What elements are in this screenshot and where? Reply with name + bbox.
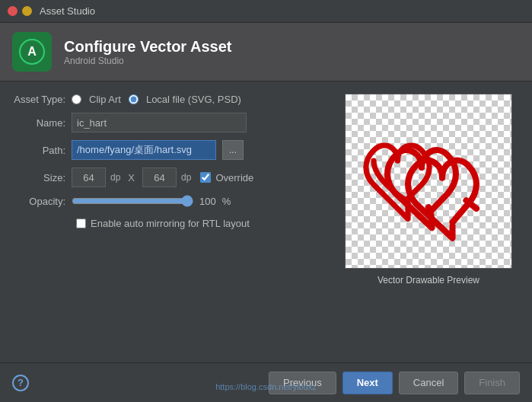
asset-type-label: Asset Type: (12, 94, 65, 105)
name-label: Name: (12, 117, 65, 129)
android-studio-icon: A (12, 32, 52, 72)
footer-right: Previous Next Cancel Finish (269, 372, 520, 394)
path-label: Path: (12, 145, 65, 156)
titlebar: Asset Studio (0, 0, 532, 23)
dp-label-h: dp (181, 172, 191, 183)
cancel-button[interactable]: Cancel (399, 372, 458, 394)
local-file-radio[interactable] (129, 94, 139, 104)
opacity-controls: 100 % (72, 195, 231, 207)
opacity-slider[interactable] (72, 195, 193, 207)
footer: ? Previous Next Cancel Finish (0, 362, 532, 402)
footer-left: ? (12, 375, 29, 391)
dp-label-w: dp (110, 172, 120, 183)
opacity-row: Opacity: 100 % (12, 195, 325, 207)
finish-button[interactable]: Finish (464, 372, 520, 394)
preview-panel: Vector Drawable Preview (337, 94, 520, 348)
mirroring-row: Enable auto mirroring for RTL layout (12, 218, 325, 229)
size-inputs: dp X dp Override (72, 168, 253, 187)
x-separator: X (128, 172, 135, 183)
clip-art-label: Clip Art (89, 94, 121, 105)
path-input[interactable] (72, 140, 216, 160)
svg-text:A: A (27, 45, 37, 58)
next-button[interactable]: Next (342, 372, 393, 394)
asset-type-radios: Clip Art Local file (SVG, PSD) (72, 94, 241, 105)
local-file-label: Local file (SVG, PSD) (146, 94, 241, 105)
titlebar-title: Asset Studio (40, 5, 95, 17)
path-row: Path: ... (12, 140, 325, 160)
override-label: Override (215, 172, 253, 183)
header-text: Configure Vector Asset Android Studio (64, 38, 231, 66)
opacity-value: 100 (199, 196, 216, 207)
name-row: Name: (12, 113, 325, 132)
titlebar-controls (8, 6, 32, 16)
override-checkbox[interactable] (200, 172, 211, 183)
preview-box (345, 94, 512, 269)
name-input[interactable] (72, 113, 247, 132)
asset-type-row: Asset Type: Clip Art Local file (SVG, PS… (12, 94, 325, 105)
opacity-pct: % (222, 196, 231, 207)
mirroring-label: Enable auto mirroring for RTL layout (91, 218, 250, 229)
page-title: Configure Vector Asset (64, 38, 231, 56)
override-row: Override (200, 172, 253, 183)
heart-preview (360, 109, 497, 254)
previous-button[interactable]: Previous (269, 372, 336, 394)
form-panel: Asset Type: Clip Art Local file (SVG, PS… (12, 94, 325, 348)
preview-label: Vector Drawable Preview (377, 275, 479, 286)
size-label: Size: (12, 172, 65, 183)
size-row: Size: dp X dp Override (12, 168, 325, 187)
opacity-label: Opacity: (12, 196, 65, 207)
clip-art-radio[interactable] (72, 94, 81, 104)
width-input[interactable] (72, 168, 106, 187)
header: A Configure Vector Asset Android Studio (0, 23, 532, 81)
help-button[interactable]: ? (12, 375, 29, 391)
mirroring-checkbox[interactable] (76, 219, 86, 228)
browse-button[interactable]: ... (222, 140, 244, 160)
height-input[interactable] (142, 168, 177, 187)
minimize-button[interactable] (22, 6, 32, 16)
main-content: Asset Type: Clip Art Local file (SVG, PS… (0, 81, 532, 360)
close-button[interactable] (8, 6, 18, 16)
page-subtitle: Android Studio (64, 56, 231, 66)
